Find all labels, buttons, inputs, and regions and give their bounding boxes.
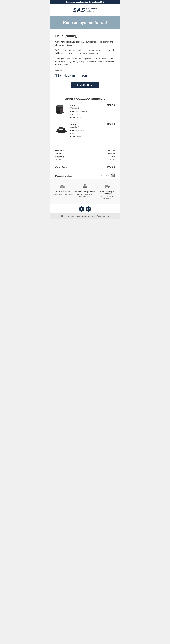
para2: We'll send you another email as soon as …: [55, 48, 115, 55]
phone-icon: [97, 215, 99, 217]
address-item: 4436 Veterans Blvd Ste 2, Metairie, LA 7…: [61, 215, 95, 217]
top-banner: Free return shipping within the continen…: [50, 0, 120, 4]
svg-point-25: [89, 208, 89, 208]
taxes-label: Taxes: [55, 158, 61, 161]
feature-item-experience: 45 years of experience crafting the worl…: [75, 183, 95, 198]
svg-point-21: [108, 187, 109, 188]
feature-desc-shipping: for customers in the continental U.S.: [97, 195, 118, 200]
totals-row-shipping: Shipping FREE: [55, 156, 115, 158]
signature: The SASnola team: [55, 72, 115, 78]
payment-info: Visa **** **** **** 5555: [100, 173, 115, 177]
payment-section: Payment Method Visa **** **** **** 5555: [50, 171, 120, 179]
phone-item: 504-688-7716: [97, 215, 109, 217]
order-total-row: Order Total $350.85: [55, 166, 115, 169]
track-link[interactable]: track your shipment here: [77, 52, 98, 54]
logo-area: SAS New Orleans Louisiana: [50, 4, 120, 16]
svg-point-20: [106, 187, 106, 188]
instagram-button[interactable]: [86, 206, 91, 212]
para3-prefix: Thank you very much for shopping with us…: [55, 58, 113, 63]
allegro-shoe-image: [56, 123, 68, 134]
feature-title-usa: Made in the USA: [52, 190, 73, 192]
product-row-allegro: Allegro Quantity: 1 Color: Santolina Siz…: [55, 123, 115, 138]
totals-section: Discount -$10.00 Subtotal $327.90 Shippi…: [50, 147, 120, 164]
svg-rect-2: [60, 108, 63, 113]
product-qty-jade: Quantity: 1: [70, 107, 104, 109]
totals-row-taxes: Taxes $22.95: [55, 158, 115, 161]
svg-point-24: [88, 208, 89, 209]
product-row-jade: Jade Quantity: 1 Color: Nero/Mamba Size:…: [55, 104, 115, 119]
city-name: New Orleans: [86, 8, 97, 10]
footer-address: 4436 Veterans Blvd Ste 2, Metairie, LA 7…: [64, 215, 95, 217]
facebook-icon: f: [81, 208, 82, 210]
track-btn-wrap: Track My Order: [55, 82, 115, 88]
payment-card: **** **** **** 5555: [100, 175, 115, 177]
track-order-button[interactable]: Track My Order: [71, 82, 99, 88]
svg-rect-4: [56, 106, 63, 106]
payment-label: Payment Method: [55, 175, 72, 177]
shipping-icon: [97, 183, 118, 189]
features-section: Made in the USA at our factory in San An…: [50, 179, 120, 204]
shipping-label: Shipping: [55, 156, 64, 158]
body-content: Hello [Name], We're writing to let you k…: [50, 30, 120, 94]
order-summary: Order #XXXXXXX Summary Jade Quantit: [50, 94, 120, 147]
svg-rect-13: [64, 186, 65, 188]
svg-rect-22: [105, 185, 108, 186]
email-wrapper: Free return shipping within the continen…: [50, 0, 120, 219]
para2-suffix: .: [98, 52, 99, 54]
feature-title-experience: 45 years of experience: [75, 190, 95, 192]
svg-rect-12: [62, 186, 63, 188]
shipping-value: FREE: [110, 156, 115, 158]
state-name: Louisiana: [86, 10, 94, 12]
payment-type: Visa: [100, 173, 115, 175]
svg-rect-18: [83, 187, 87, 188]
feature-title-shipping: Free shipping & exchanges: [97, 190, 118, 195]
subtotal-label: Subtotal: [55, 152, 63, 154]
para1: We're writing to let you know that your …: [55, 40, 115, 47]
product-name-jade: Jade: [70, 104, 104, 106]
product-img-allegro: [55, 123, 68, 134]
sas-city: New Orleans Louisiana: [86, 8, 97, 12]
address-footer: 4436 Veterans Blvd Ste 2, Metairie, LA 7…: [50, 213, 120, 219]
svg-rect-11: [61, 186, 62, 188]
feature-desc-usa: at our factory in San Antonio, TX: [52, 193, 73, 198]
warmly: Warmly,: [55, 69, 115, 72]
order-title: Order #XXXXXXX Summary: [55, 97, 115, 100]
svg-rect-27: [62, 216, 62, 216]
svg-rect-3: [56, 111, 60, 112]
product-details-jade: Jade Quantity: 1 Color: Nero/Mamba Size:…: [70, 104, 104, 119]
subtotal-value: $327.90: [108, 152, 115, 154]
discount-label: Discount: [55, 149, 64, 152]
feature-desc-experience: crafting the world's most comfortable sh…: [75, 193, 95, 198]
banner-text: Free return shipping within the continen…: [66, 1, 104, 3]
order-total-section: Order Total $350.85: [50, 164, 120, 171]
product-qty-allegro: Quantity: 1: [70, 126, 104, 128]
product-price-allegro: $138.95: [106, 123, 115, 126]
product-details-allegro: Allegro Quantity: 1 Color: Santolina Siz…: [70, 123, 104, 138]
para3: Thank you very much for shopping with us…: [55, 57, 115, 66]
footer-phone: 504-688-7716: [100, 215, 109, 217]
totals-row-discount: Discount -$10.00: [55, 149, 115, 152]
feature-item-made-usa: Made in the USA at our factory in San An…: [52, 183, 73, 198]
product-price-jade: $198.95: [106, 104, 115, 106]
taxes-value: $22.95: [109, 158, 115, 161]
product-img-jade: [55, 104, 68, 115]
experience-icon: [75, 183, 95, 189]
para3-suffix: .: [71, 64, 72, 66]
jade-shoe-image: [56, 104, 68, 115]
location-icon: [61, 215, 63, 217]
order-total-label: Order Total: [55, 166, 67, 169]
feature-item-shipping: Free shipping & exchanges for customers …: [97, 183, 118, 200]
greeting: Hello [Name],: [55, 34, 115, 38]
order-total-value: $350.85: [106, 166, 115, 169]
hero-text: Keep an eye out for us!: [52, 20, 118, 25]
sas-letters: SAS: [73, 7, 85, 13]
facebook-button[interactable]: f: [79, 206, 84, 212]
product-name-allegro: Allegro: [70, 123, 104, 126]
svg-rect-17: [60, 186, 65, 186]
product-attrs-jade: Color: Nero/Mamba Size: 7.5 Width: Mediu…: [70, 110, 104, 119]
made-usa-icon: [52, 183, 73, 189]
hero-banner: Keep an eye out for us!: [50, 16, 120, 30]
social-section: f: [50, 204, 120, 213]
product-attrs-allegro: Color: Santolina Size: 7.5 Width: Wide: [70, 129, 104, 138]
instagram-icon: [87, 208, 90, 210]
